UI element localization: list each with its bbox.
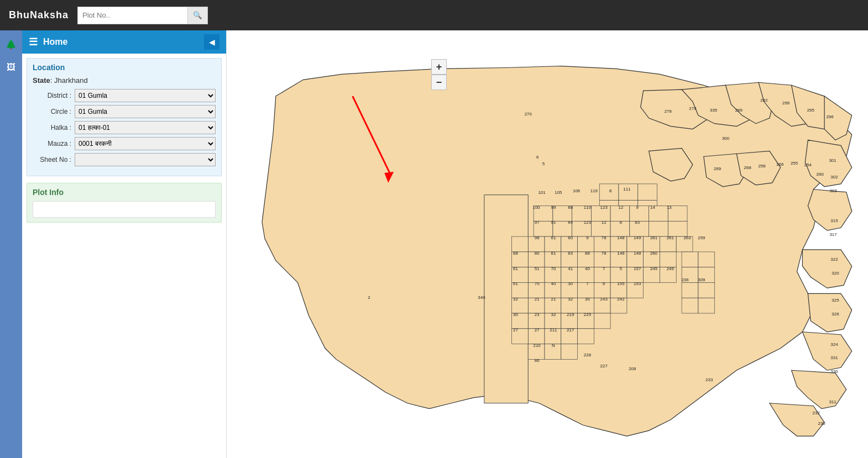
svg-text:61: 61 [551, 235, 556, 240]
svg-text:311: 311 [829, 399, 836, 404]
svg-rect-76 [682, 252, 698, 267]
svg-rect-3 [638, 184, 657, 201]
svg-text:303: 303 [829, 188, 837, 193]
svg-text:2: 2 [368, 295, 370, 300]
svg-text:227: 227 [600, 364, 608, 368]
halka-label: Halka : [33, 124, 71, 131]
svg-text:41: 41 [568, 266, 573, 271]
svg-rect-84 [512, 236, 529, 252]
search-button[interactable]: 🔍 [188, 7, 208, 24]
search-input[interactable] [77, 7, 188, 24]
svg-text:111: 111 [623, 187, 631, 192]
svg-text:330: 330 [830, 369, 838, 374]
district-row: District : 01 Gumla [33, 89, 216, 102]
search-wrap: 🔍 [77, 7, 208, 24]
mauza-select[interactable]: 0001 बरकनी [75, 137, 216, 150]
svg-text:335: 335 [710, 108, 718, 113]
svg-text:70: 70 [551, 266, 556, 271]
svg-text:148: 148 [634, 251, 641, 256]
svg-text:232: 232 [813, 410, 820, 415]
svg-text:295: 295 [807, 108, 815, 113]
svg-rect-68 [594, 313, 610, 329]
svg-text:78: 78 [602, 251, 606, 256]
svg-text:78: 78 [602, 235, 606, 240]
svg-text:233: 233 [705, 377, 713, 382]
zoom-out-button[interactable]: − [431, 75, 447, 90]
svg-rect-41 [660, 252, 676, 267]
mauza-label: Mauza : [33, 140, 71, 148]
circle-label: Circle : [33, 108, 71, 115]
svg-text:309: 309 [698, 277, 705, 282]
svg-text:N: N [552, 343, 555, 348]
tree-icon: 🌲 [6, 39, 17, 50]
svg-text:97: 97 [535, 220, 540, 225]
svg-text:70: 70 [535, 281, 540, 286]
image-icon-button[interactable]: 🖼 [2, 58, 20, 77]
svg-text:106: 106 [573, 188, 581, 193]
collapse-button[interactable]: ◀ [204, 34, 219, 50]
svg-text:149: 149 [634, 235, 641, 240]
svg-text:331: 331 [830, 355, 838, 360]
svg-text:32: 32 [513, 297, 518, 302]
svg-text:296: 296 [826, 114, 834, 119]
svg-text:225: 225 [584, 312, 592, 317]
sheet-select[interactable] [75, 153, 216, 166]
svg-text:81: 81 [551, 251, 556, 256]
svg-text:322: 322 [830, 257, 838, 262]
svg-text:8: 8 [620, 220, 623, 225]
circle-row: Circle : 01 Gumla [33, 105, 216, 118]
svg-text:268: 268 [744, 165, 752, 170]
svg-rect-75 [561, 344, 578, 360]
svg-text:86: 86 [535, 358, 540, 363]
sidebar: ☰ Home ◀ Location State: Jharkhand Distr… [22, 30, 227, 458]
svg-text:110: 110 [584, 205, 592, 210]
svg-text:317: 317 [829, 232, 836, 237]
svg-text:5: 5 [620, 266, 623, 271]
zoom-in-button[interactable]: + [431, 59, 447, 75]
svg-text:30: 30 [585, 297, 590, 302]
svg-rect-12 [630, 206, 649, 222]
svg-text:230: 230 [818, 421, 826, 426]
svg-rect-80 [682, 282, 698, 298]
collapse-icon: ◀ [209, 38, 215, 46]
sidebar-title: Home [43, 37, 67, 47]
svg-text:300: 300 [722, 136, 730, 141]
map-svg: 2 270 300 340 278 279 335 289 282 299 29… [227, 30, 868, 458]
state-label: State [33, 76, 50, 85]
image-icon: 🖼 [7, 62, 15, 72]
svg-text:269: 269 [714, 166, 721, 171]
location-section: Location State: Jharkhand District : 01 … [27, 58, 222, 176]
svg-text:320: 320 [832, 271, 839, 276]
svg-text:83: 83 [568, 251, 573, 256]
svg-text:157: 157 [634, 266, 641, 271]
svg-text:88: 88 [568, 205, 573, 210]
hamburger-icon[interactable]: ☰ [29, 36, 38, 48]
mauza-row: Mauza : 0001 बरकनी [33, 137, 216, 150]
svg-text:30: 30 [513, 312, 518, 317]
svg-text:324: 324 [830, 342, 838, 347]
svg-text:325: 325 [832, 298, 839, 303]
zoom-controls: + − [431, 59, 447, 90]
svg-text:5: 5 [542, 161, 545, 166]
svg-text:27: 27 [535, 328, 540, 333]
district-select[interactable]: 01 Gumla [75, 89, 216, 102]
svg-text:260: 260 [650, 251, 658, 256]
svg-text:6: 6 [603, 281, 605, 286]
svg-text:301: 301 [829, 158, 836, 163]
svg-text:100: 100 [533, 205, 541, 210]
svg-rect-18 [591, 221, 610, 236]
svg-text:8: 8 [609, 188, 612, 193]
svg-text:98: 98 [535, 235, 540, 240]
halka-row: Halka : 01 हल्का-01 [33, 121, 216, 134]
svg-text:219: 219 [567, 312, 574, 317]
tree-icon-button[interactable]: 🌲 [2, 35, 20, 54]
svg-text:7: 7 [586, 281, 588, 286]
circle-select[interactable]: 01 Gumla [75, 105, 216, 118]
svg-text:123: 123 [600, 205, 608, 210]
svg-text:326: 326 [832, 312, 839, 317]
svg-text:210: 210 [534, 343, 541, 348]
svg-rect-83 [698, 298, 715, 313]
map-area[interactable]: + − [227, 30, 868, 458]
svg-text:9: 9 [586, 235, 589, 240]
halka-select[interactable]: 01 हल्का-01 [75, 121, 216, 134]
